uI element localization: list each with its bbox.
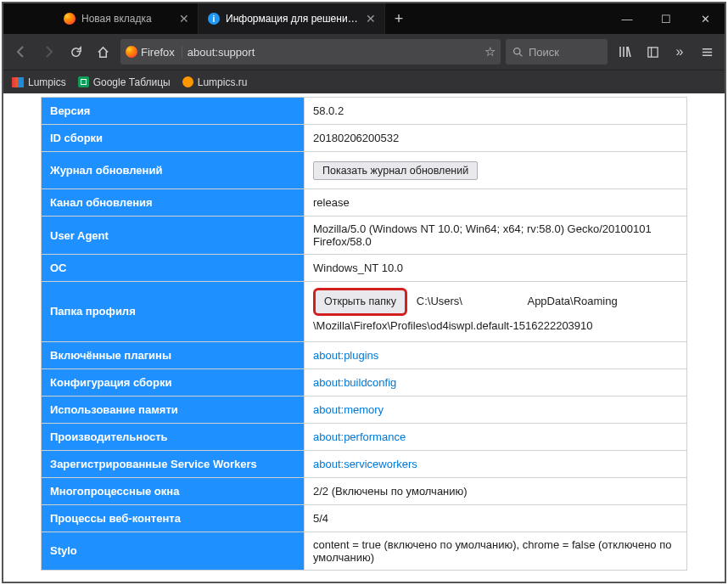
search-icon [512,47,524,58]
bookmark-label: Google Таблицы [93,76,171,88]
table-row: Версия 58.0.2 [42,98,687,125]
bookmark-lumpics[interactable]: Lumpics [12,76,66,88]
row-label: ID сборки [42,125,305,152]
open-profile-folder-button[interactable]: Открыть папку [313,288,407,316]
identity-label: Firefox [141,46,175,59]
row-value: about:buildconfig [305,368,687,396]
arrow-right-icon [42,45,55,59]
close-icon[interactable]: ✕ [179,12,189,25]
row-label: Процессы веб-контента [42,504,305,532]
overflow-button[interactable]: » [667,39,692,65]
home-button[interactable] [90,39,115,65]
bookmarks-bar: Lumpics Google Таблицы Lumpics.ru [3,70,725,93]
row-value: about:serviceworkers [305,450,687,477]
tab-title: Информация для решения п [226,13,361,25]
row-label: Канал обновления [42,189,305,217]
row-value: Показать журнал обновлений [305,152,687,189]
row-value: Mozilla/5.0 (Windows NT 10.0; Win64; x64… [305,217,687,255]
sheets-icon [78,76,89,87]
table-row: Многопроцессные окна 2/2 (Включены по ум… [42,477,687,504]
library-button[interactable] [613,39,638,65]
row-label: Включённые плагины [42,341,305,368]
row-value: 5/4 [305,504,687,532]
row-value: 20180206200532 [305,125,687,152]
firefox-icon [126,46,137,58]
profile-path-part: \Mozilla\Firefox\Profiles\od4iswpl.defau… [313,319,593,332]
forward-button[interactable] [36,39,61,65]
row-label: Версия [42,98,305,125]
row-value: content = true (включено по умолчанию), … [305,532,687,570]
search-bar[interactable]: Поиск [506,39,608,65]
table-row: ID сборки 20180206200532 [42,125,687,152]
row-value: about:performance [305,423,687,450]
close-window-button[interactable]: ✕ [686,3,725,34]
reload-button[interactable] [63,39,88,65]
maximize-button[interactable]: ☐ [647,3,686,34]
table-row: Включённые плагины about:plugins [42,341,687,368]
about-performance-link[interactable]: about:performance [313,430,406,443]
nav-toolbar: Firefox about:support ☆ Поиск » [3,34,725,70]
identity-box[interactable]: Firefox [126,46,182,59]
bookmark-label: Lumpics [28,76,66,88]
lumpics-icon [12,77,24,87]
table-row: Журнал обновлений Показать журнал обновл… [42,152,687,189]
table-row: User Agent Mozilla/5.0 (Windows NT 10.0;… [42,217,687,255]
search-placeholder: Поиск [529,46,559,59]
table-row: Конфигурация сборки about:buildconfig [42,368,687,396]
row-label: Многопроцессные окна [42,477,305,504]
row-label: Конфигурация сборки [42,368,305,396]
row-value: Windows_NT 10.0 [305,255,687,282]
arrow-left-icon [14,45,28,59]
back-button[interactable] [8,39,34,65]
row-label: User Agent [42,217,305,255]
table-row: Папка профиля Открыть папку C:\Users\ Ap… [42,282,687,342]
tab-title: Новая вкладка [81,13,174,25]
profile-path-part: AppData\Roaming [527,295,617,307]
table-row: Производительность about:performance [42,423,687,450]
profile-path-part: C:\Users\ [417,295,462,307]
bookmark-star-icon[interactable]: ☆ [484,44,496,59]
about-memory-link[interactable]: about:memory [313,403,384,416]
table-row: Процессы веб-контента 5/4 [42,504,687,532]
table-row: Использование памяти about:memory [42,396,687,423]
bookmark-lumpics-ru[interactable]: Lumpics.ru [182,76,248,88]
about-buildconfig-link[interactable]: about:buildconfig [313,376,396,389]
table-row: ОС Windows_NT 10.0 [42,255,687,282]
row-label: Производительность [42,423,305,450]
close-icon[interactable]: ✕ [366,12,376,25]
row-label: ОС [42,255,305,282]
app-menu-button[interactable] [694,39,720,65]
support-table: Версия 58.0.2 ID сборки 20180206200532 Ж… [41,97,687,571]
url-bar[interactable]: Firefox about:support ☆ [120,39,501,65]
newtab-icon [63,12,76,25]
library-icon [619,45,632,59]
hamburger-icon [701,46,714,59]
row-value: Открыть папку C:\Users\ AppData\Roaming … [305,282,687,342]
minimize-button[interactable]: — [608,3,647,34]
table-row: Зарегистрированные Service Workers about… [42,450,687,477]
row-value: 2/2 (Включены по умолчанию) [305,477,687,504]
new-tab-button[interactable]: + [385,3,412,34]
row-label: Зарегистрированные Service Workers [42,450,305,477]
row-value: release [305,189,687,217]
row-value: about:memory [305,396,687,423]
svg-rect-1 [647,47,657,56]
tab-strip: Новая вкладка ✕ i Информация для решения… [3,3,608,34]
table-row: Stylo content = true (включено по умолча… [42,532,687,570]
about-plugins-link[interactable]: about:plugins [313,349,378,362]
sidebar-icon [647,46,659,59]
sidebar-button[interactable] [640,39,665,65]
reload-icon [70,46,82,59]
about-serviceworkers-link[interactable]: about:serviceworkers [313,458,417,470]
page-content: Версия 58.0.2 ID сборки 20180206200532 Ж… [3,93,725,582]
row-value: 58.0.2 [305,98,687,125]
bookmark-google-sheets[interactable]: Google Таблицы [78,76,171,88]
svg-point-0 [514,48,520,53]
tab-about-support[interactable]: i Информация для решения п ✕ [199,3,385,34]
titlebar: Новая вкладка ✕ i Информация для решения… [3,3,725,34]
show-update-log-button[interactable]: Показать журнал обновлений [313,161,478,180]
row-label: Stylo [42,532,305,570]
tab-new[interactable]: Новая вкладка ✕ [54,3,199,34]
row-value: about:plugins [305,341,687,368]
bookmark-label: Lumpics.ru [198,76,248,88]
